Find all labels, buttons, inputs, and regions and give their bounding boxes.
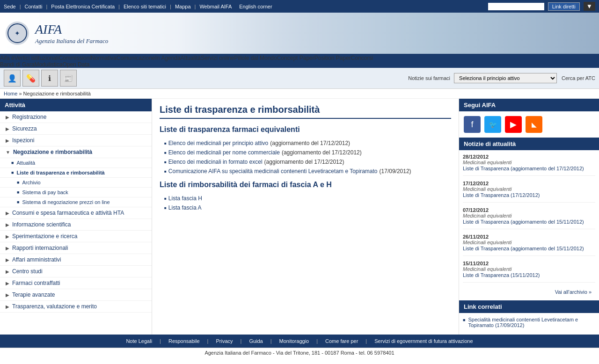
news-item-4: 26/11/2012 Medicinali equivalenti Liste … — [463, 234, 595, 256]
nav-normativa[interactable]: Normativa — [91, 55, 117, 61]
principio-attivo-select[interactable]: Seleziona il principio attivo — [454, 73, 557, 83]
nav-attualita[interactable]: Attualità — [181, 55, 201, 61]
top-link-pec[interactable]: Posta Elettronica Certificata — [51, 4, 115, 9]
breadcrumb-current: Negoziazione e rimborsabilità — [23, 91, 91, 96]
sidebar-item-liste[interactable]: ■ Liste di trasparenza e rimborsabilità — [0, 168, 152, 178]
sidebar-item-centro-studi[interactable]: ▶ Centro studi — [0, 266, 152, 277]
twitter-icon[interactable]: 🐦 — [484, 116, 501, 133]
top-search-input[interactable] — [488, 3, 544, 10]
nav-bandi-di-gara[interactable]: Bandi di Gara — [0, 61, 34, 68]
quick-icon-news[interactable]: 📰 — [60, 70, 77, 87]
list-item: Elenco dei medicinali in formato excel (… — [164, 157, 451, 167]
sidebar-item-affari[interactable]: ▶ Affari amministrativi — [0, 254, 152, 266]
sidebar-item-pay-back[interactable]: ■ Sistema di pay back — [0, 188, 152, 197]
notizie-section: Notizie di attualità 28/12/2012 Medicina… — [459, 138, 599, 300]
news-title-link[interactable]: Liste di Trasparenza (15/11/2012) — [463, 272, 540, 278]
nav-comunicazione[interactable]: Comunicazione — [117, 55, 155, 61]
nav-concept-paper[interactable]: Concept Paper — [277, 55, 314, 61]
nav-row-2: Bandi di Gara Modulistica Open Data — [0, 61, 599, 68]
sidebar-item-registrazione[interactable]: ▶ Registrazione — [0, 111, 152, 123]
footer-come-fare[interactable]: Come fare per — [325, 338, 358, 344]
chevron-right-icon: ▶ — [6, 281, 9, 286]
nav-servizi-online[interactable]: Servizi online — [201, 55, 234, 61]
rss-icon[interactable]: ◣ — [526, 116, 542, 133]
sidebar-label: Trasparenza, valutazione e merito — [12, 303, 97, 310]
quick-icon-info[interactable]: ℹ — [41, 70, 58, 87]
nav-vertici[interactable]: Vertici istituzionali — [15, 55, 59, 61]
footer-guida[interactable]: Guida — [249, 338, 263, 344]
sidebar-item-sicurezza[interactable]: ▶ Sicurezza — [0, 123, 152, 135]
sidebar-item-farmaci-contraffatti[interactable]: ▶ Farmaci contraffatti — [0, 277, 152, 289]
footer-egovernment[interactable]: Servizi di egovernment di futura attivaz… — [374, 338, 473, 344]
nav-pillole[interactable]: Pillole dal Mondo — [234, 55, 277, 61]
nav-open-data[interactable]: Open Data — [62, 61, 89, 68]
nav-in-agenda[interactable]: In Agenda — [155, 55, 181, 61]
sidebar-item-negoziazione[interactable]: ▼ Negoziazione e rimborsabilità — [0, 146, 152, 158]
link-medicinali-nome[interactable]: Elenco dei medicinali per nome commercia… — [168, 149, 280, 156]
footer-note-legali[interactable]: Note Legali — [126, 338, 152, 344]
top-link-elenco[interactable]: Elenco siti tematici — [124, 4, 166, 9]
footer-monitoraggio[interactable]: Monitoraggio — [279, 338, 309, 344]
link-diretti-button[interactable]: Link diretti — [548, 2, 580, 11]
nav-row-1: Aifa è Vertici istituzionali Commissioni… — [0, 55, 599, 61]
vai-archivio-link[interactable]: Vai all'archivio » — [463, 287, 595, 297]
sidebar: Attività ▶ Registrazione ▶ Sicurezza ▶ I… — [0, 99, 152, 335]
social-icons-container: f 🐦 ▶ ◣ — [459, 111, 599, 138]
sidebar-item-informazione[interactable]: ▶ Informazione scientifica — [0, 219, 152, 231]
top-link-contatti[interactable]: Contatti — [25, 4, 43, 9]
sidebar-item-archivio[interactable]: ■ Archivio — [0, 178, 152, 188]
quick-icon-user[interactable]: 👤 — [4, 70, 21, 87]
sidebar-item-rapporti[interactable]: ▶ Rapporti internazionali — [0, 242, 152, 254]
nav-modulistica[interactable]: Modulistica — [34, 61, 62, 68]
news-item-1: 28/12/2012 Medicinali equivalenti Liste … — [463, 154, 595, 176]
top-link-english[interactable]: English corner — [239, 4, 272, 9]
link-diretti-dropdown[interactable]: ▼ — [584, 2, 595, 11]
news-title-link[interactable]: Liste di Trasparenza (aggiornamento del … — [463, 219, 584, 225]
nav-aifa-e[interactable]: Aifa è — [0, 55, 15, 61]
news-title-link[interactable]: Liste di Trasparenza (aggiornamento del … — [463, 166, 584, 171]
news-date: 07/12/2012 — [463, 207, 595, 213]
link-fascia-a[interactable]: Lista fascia A — [168, 204, 202, 211]
youtube-icon[interactable]: ▶ — [505, 116, 522, 133]
chevron-right-icon: ▶ — [6, 246, 9, 251]
list-item: Lista fascia H — [164, 194, 451, 203]
nav-position-paper[interactable]: Position Paper — [314, 55, 351, 61]
breadcrumb-home[interactable]: Home — [4, 91, 17, 96]
link-comunicazione-aifa[interactable]: Comunicazione AIFA su specialità medicin… — [168, 168, 378, 175]
sidebar-item-terapie[interactable]: ▶ Terapie avanzate — [0, 289, 152, 301]
link-correlati-link[interactable]: Specialità medicinali contenenti Levetir… — [468, 317, 595, 328]
facebook-icon[interactable]: f — [464, 116, 481, 133]
sidebar-item-negoziazione-prezzi[interactable]: ■ Sistema di negoziazione prezzi on line — [0, 197, 152, 207]
address-text: Agenzia Italiana del Farmaco - Via del T… — [205, 350, 394, 356]
news-title-link[interactable]: Liste di Trasparenza (17/12/2012) — [463, 192, 540, 198]
right-panel: Segui AIFA f 🐦 ▶ ◣ Notizie di attualità … — [459, 99, 599, 335]
sidebar-item-trasparenza[interactable]: ▶ Trasparenza, valutazione e merito — [0, 301, 152, 313]
sidebar-item-ispezioni[interactable]: ▶ Ispezioni — [0, 135, 152, 146]
chevron-right-icon: ▶ — [6, 138, 9, 143]
sidebar-item-sperimentazione[interactable]: ▶ Sperimentazione e ricerca — [0, 231, 152, 242]
sidebar-item-attualita[interactable]: ■ Attualità — [0, 158, 152, 168]
top-link-mappa[interactable]: Mappa — [175, 4, 191, 9]
link-medicinali-principio[interactable]: Elenco dei medicinali per principio atti… — [168, 140, 268, 146]
sidebar-item-consumi[interactable]: ▶ Consumi e spesa farmaceutica e attivit… — [0, 207, 152, 219]
link-medicinali-excel[interactable]: Elenco dei medicinali in formato excel — [168, 159, 263, 165]
sidebar-label: Sistema di pay back — [22, 189, 68, 195]
news-category: Medicinali equivalenti — [463, 186, 595, 192]
news-category: Medicinali equivalenti — [463, 213, 595, 218]
breadcrumb-separator: » — [19, 91, 23, 96]
news-title-link[interactable]: Liste di Trasparenza (aggiornamento del … — [463, 246, 584, 251]
logo-sub-text: Agenzia Italiana del Farmaco — [35, 37, 108, 45]
sidebar-label: Informazione scientifica — [12, 221, 71, 228]
chevron-right-icon: ▶ — [6, 234, 9, 239]
top-link-sede[interactable]: Sede — [4, 4, 16, 9]
sidebar-label: Centro studi — [12, 268, 43, 275]
footer-responsabile[interactable]: Responsabile — [168, 338, 200, 344]
sidebar-label: Rapporti internazionali — [12, 245, 68, 251]
nav-commissioni[interactable]: Commissioni — [58, 55, 91, 61]
top-link-webmail[interactable]: Webmail AIFA — [199, 4, 232, 9]
quick-icon-medicine[interactable]: 💊 — [22, 70, 39, 87]
footer-privacy[interactable]: Privacy — [216, 338, 233, 344]
nav-concorsi[interactable]: Concorsi — [351, 55, 373, 61]
link-fascia-h[interactable]: Lista fascia H — [168, 195, 202, 202]
quick-bar: 👤 💊 ℹ 📰 Notizie sui farmaci Seleziona il… — [0, 68, 599, 89]
